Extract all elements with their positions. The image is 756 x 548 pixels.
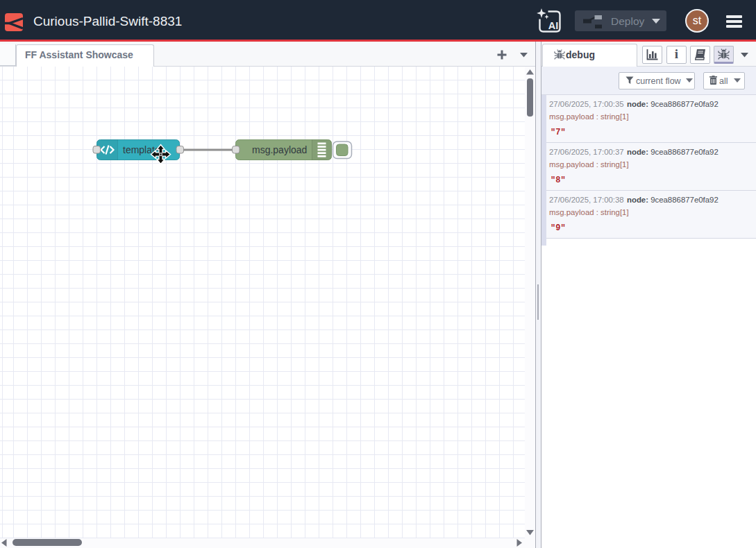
svg-text:msg.payload: msg.payload (252, 144, 307, 155)
svg-text:AI: AI (548, 20, 559, 31)
